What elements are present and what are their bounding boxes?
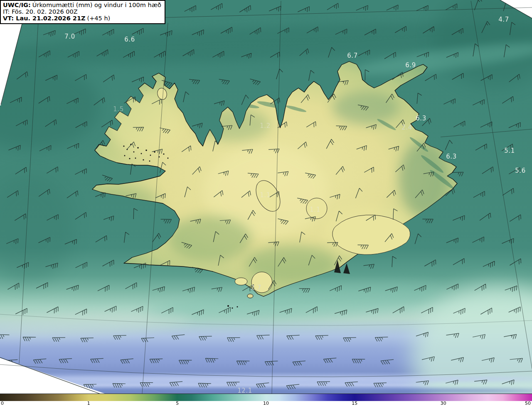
precip-value-label: 6.3 [446, 153, 456, 160]
precip-value-label: 5.6 [515, 167, 525, 174]
colorbar-tick-label: 0 [1, 401, 4, 406]
precip-value-label: 1.2 [260, 122, 270, 130]
map-canvas: 7.06.64.76.76.96.32.46.35.15.61.51.21.11… [0, 0, 532, 394]
colorbar-tick-label: 10 [263, 401, 269, 406]
precip-value-label: 2.4 [401, 124, 412, 131]
weather-map-page: 7.06.64.76.76.96.32.46.35.15.61.51.21.11… [0, 0, 532, 406]
product-line: UWC/IG:Úrkomumætti (mm) og vindur i 100m… [3, 2, 161, 8]
precip-value-label: 6.7 [347, 52, 357, 59]
precip-value-label: 7.0 [64, 33, 75, 40]
info-box: UWC/IG:Úrkomumætti (mm) og vindur i 100m… [0, 0, 165, 24]
colorbar-tick-label: 15 [352, 401, 357, 406]
precip-value-label: 1.1 [260, 191, 270, 199]
product-title: Úrkomumætti (mm) og vindur i 100m hæð [32, 2, 161, 8]
valid-time: VT: Lau. 21.02.2026 21Z(+45 h) [3, 15, 161, 22]
precip-value-label: 6.9 [405, 61, 416, 69]
init-time: IT: Fös. 20. 02. 2026 00Z [3, 8, 161, 15]
precip-value-label: 6.6 [124, 36, 135, 43]
south-light-blue-band [0, 376, 532, 382]
colorbar-tick-label: 50 [525, 401, 531, 406]
colorbar-tick-label: 30 [441, 401, 446, 406]
precip-value-label: 1.1 [310, 206, 320, 213]
colorbar-tick-label: 5 [176, 401, 179, 406]
precip-value-label: 6.3 [416, 115, 426, 122]
precip-value-label: 4.7 [498, 16, 509, 23]
precip-value-label: 1.5 [113, 105, 123, 113]
precip-value-label: 12.1 [237, 387, 252, 394]
precip-value-label: 5.1 [504, 147, 515, 154]
colorbar-tick-label: 1 [87, 401, 90, 406]
product-code: UWC/IG: [3, 2, 31, 8]
colorbar-scale: 01510153050 [0, 401, 532, 406]
precip-value-label: 2.7 [251, 284, 261, 291]
